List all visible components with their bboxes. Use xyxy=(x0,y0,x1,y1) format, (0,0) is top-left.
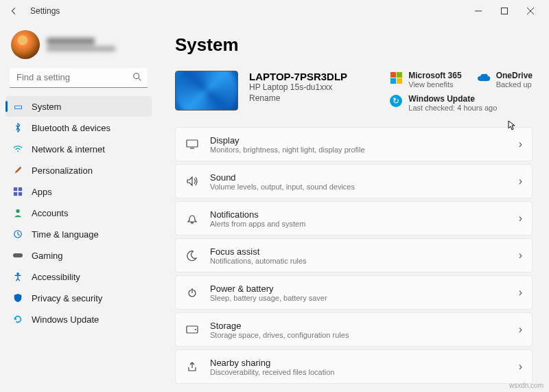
main-content: System LAPTOP-7PSR3DLP HP Laptop 15s-du1… xyxy=(154,22,549,392)
svg-point-4 xyxy=(134,73,139,79)
card-subtitle: Monitors, brightness, night light, displ… xyxy=(210,146,508,154)
bluetooth-icon xyxy=(12,122,23,133)
bell-icon xyxy=(185,211,199,225)
sidebar-item-label: Time & language xyxy=(32,229,99,240)
sidebar-item-label: Bluetooth & devices xyxy=(32,123,110,133)
close-button[interactable] xyxy=(517,1,544,21)
svg-rect-1 xyxy=(502,8,508,14)
card-display[interactable]: DisplayMonitors, brightness, night light… xyxy=(175,127,533,161)
device-name: LAPTOP-7PSR3DLP xyxy=(249,71,347,82)
titlebar: Settings xyxy=(0,0,549,22)
svg-line-5 xyxy=(139,78,141,81)
maximize-button[interactable] xyxy=(491,1,517,21)
settings-list: DisplayMonitors, brightness, night light… xyxy=(175,127,533,392)
sidebar-item-label: System xyxy=(32,102,61,112)
minimize-button[interactable] xyxy=(465,1,491,21)
card-nearby-sharing[interactable]: Nearby sharingDiscoverability, received … xyxy=(175,349,533,384)
chevron-right-icon: › xyxy=(519,360,522,373)
search-box[interactable] xyxy=(10,67,148,88)
tile-title: Microsoft 365 xyxy=(408,71,461,80)
moon-icon xyxy=(185,249,199,262)
tile-microsoft-365[interactable]: Microsoft 365View benefits xyxy=(389,71,461,89)
tile-subtitle: View benefits xyxy=(408,80,461,89)
shield-icon xyxy=(12,292,23,303)
cloud-icon xyxy=(477,71,491,84)
card-title: Storage xyxy=(210,321,508,331)
avatar xyxy=(11,30,40,59)
svg-point-13 xyxy=(16,273,19,275)
svg-rect-8 xyxy=(14,192,17,196)
display-icon xyxy=(185,137,199,151)
device-model: HP Laptop 15s-du1xxx xyxy=(249,82,347,92)
card-power-battery[interactable]: Power & batterySleep, battery usage, bat… xyxy=(175,275,533,310)
card-title: Sound xyxy=(210,172,508,183)
search-input[interactable] xyxy=(10,67,148,88)
svg-rect-9 xyxy=(19,192,22,196)
card-title: Power & battery xyxy=(210,284,508,294)
sidebar-item-accounts[interactable]: Accounts xyxy=(5,203,152,223)
person-icon xyxy=(12,207,23,218)
update-circle-icon: ↻ xyxy=(389,94,403,108)
sidebar-item-label: Accessibility xyxy=(32,272,80,282)
clock-icon xyxy=(12,229,23,240)
tile-onedrive[interactable]: OneDriveBacked up xyxy=(477,71,533,89)
sidebar-item-accessibility[interactable]: Accessibility xyxy=(5,266,152,287)
wifi-icon xyxy=(12,143,23,154)
sidebar-item-personalization[interactable]: Personalization xyxy=(5,160,152,181)
accessibility-icon xyxy=(12,271,23,282)
sidebar: ▭ System Bluetooth & devices Network & i… xyxy=(0,22,154,392)
back-button[interactable] xyxy=(5,3,22,19)
profile-text xyxy=(47,38,115,51)
svg-rect-14 xyxy=(187,140,198,147)
card-storage[interactable]: StorageStorage space, drives, configurat… xyxy=(175,312,533,347)
card-notifications[interactable]: NotificationsAlerts from apps and system… xyxy=(175,201,533,235)
apps-icon xyxy=(12,186,23,197)
sidebar-item-label: Gaming xyxy=(32,251,63,261)
chevron-right-icon: › xyxy=(519,323,522,336)
card-focus-assist[interactable]: Focus assistNotifications, automatic rul… xyxy=(175,238,533,273)
card-title: Focus assist xyxy=(210,246,508,257)
svg-rect-12 xyxy=(13,253,23,257)
chevron-right-icon: › xyxy=(519,249,522,262)
sidebar-item-label: Personalization xyxy=(32,165,93,176)
watermark: wsxdn.com xyxy=(509,382,544,389)
search-icon xyxy=(132,72,142,84)
card-subtitle: Storage space, drives, configuration rul… xyxy=(210,331,508,339)
rename-link[interactable]: Rename xyxy=(249,93,347,103)
sidebar-item-system[interactable]: ▭ System xyxy=(5,96,152,117)
page-title: System xyxy=(175,34,533,56)
tile-title: Windows Update xyxy=(408,94,497,104)
svg-point-10 xyxy=(16,209,19,213)
share-icon xyxy=(185,360,199,373)
sidebar-item-label: Network & internet xyxy=(32,144,105,154)
tile-subtitle: Last checked: 4 hours ago xyxy=(408,104,497,112)
svg-rect-7 xyxy=(19,187,22,191)
sidebar-item-network[interactable]: Network & internet xyxy=(5,139,152,159)
card-sound[interactable]: SoundVolume levels, output, input, sound… xyxy=(175,164,533,198)
card-subtitle: Notifications, automatic rules xyxy=(210,257,508,265)
storage-icon xyxy=(185,323,199,336)
microsoft-logo-icon xyxy=(389,71,403,84)
card-subtitle: Sleep, battery usage, battery saver xyxy=(210,294,508,302)
tile-subtitle: Backed up xyxy=(496,80,533,89)
device-thumbnail[interactable] xyxy=(175,71,238,111)
sidebar-item-label: Privacy & security xyxy=(32,293,102,303)
gamepad-icon xyxy=(12,250,23,261)
profile-section[interactable] xyxy=(5,27,152,67)
sidebar-item-bluetooth[interactable]: Bluetooth & devices xyxy=(5,117,152,138)
sidebar-item-time[interactable]: Time & language xyxy=(5,224,152,244)
sidebar-item-apps[interactable]: Apps xyxy=(5,181,152,202)
sidebar-item-label: Accounts xyxy=(32,208,68,218)
sidebar-item-privacy[interactable]: Privacy & security xyxy=(5,288,152,308)
sidebar-item-gaming[interactable]: Gaming xyxy=(5,245,152,266)
chevron-right-icon: › xyxy=(519,286,522,299)
update-icon xyxy=(12,314,23,325)
sidebar-item-windows-update[interactable]: Windows Update xyxy=(5,309,152,330)
card-subtitle: Volume levels, output, input, sound devi… xyxy=(210,183,508,191)
tile-windows-update[interactable]: ↻ Windows UpdateLast checked: 4 hours ag… xyxy=(389,94,533,112)
card-title: Notifications xyxy=(210,209,508,220)
card-subtitle: Alerts from apps and system xyxy=(210,220,508,228)
nav: ▭ System Bluetooth & devices Network & i… xyxy=(5,96,152,330)
sidebar-item-label: Apps xyxy=(32,187,52,197)
card-title: Display xyxy=(210,135,508,146)
